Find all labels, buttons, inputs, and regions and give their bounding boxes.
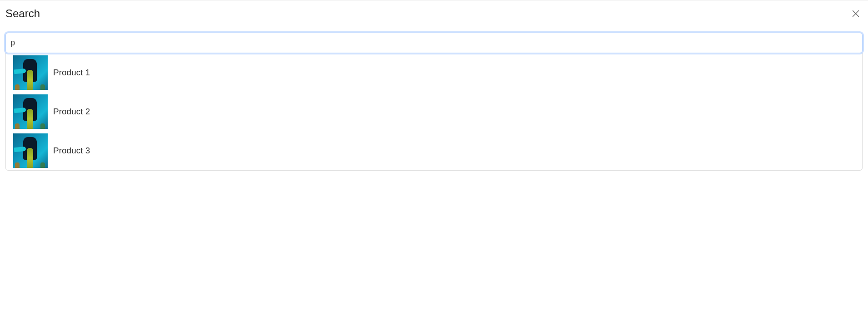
search-modal: Search Product 1 Product 2 Product 3 [0, 0, 868, 171]
close-icon [851, 9, 861, 19]
search-input[interactable] [5, 33, 863, 53]
result-label: Product 2 [53, 107, 90, 117]
product-thumbnail [13, 55, 48, 90]
modal-header: Search [0, 0, 868, 27]
product-thumbnail [13, 94, 48, 129]
result-item[interactable]: Product 3 [6, 131, 862, 170]
result-item[interactable]: Product 1 [6, 53, 862, 92]
close-button[interactable] [849, 7, 863, 20]
modal-title: Search [5, 7, 40, 20]
result-label: Product 1 [53, 68, 90, 78]
search-results-dropdown: Product 1 Product 2 Product 3 [5, 53, 863, 171]
search-section [0, 27, 868, 53]
product-thumbnail [13, 133, 48, 168]
result-label: Product 3 [53, 146, 90, 156]
result-item[interactable]: Product 2 [6, 92, 862, 131]
